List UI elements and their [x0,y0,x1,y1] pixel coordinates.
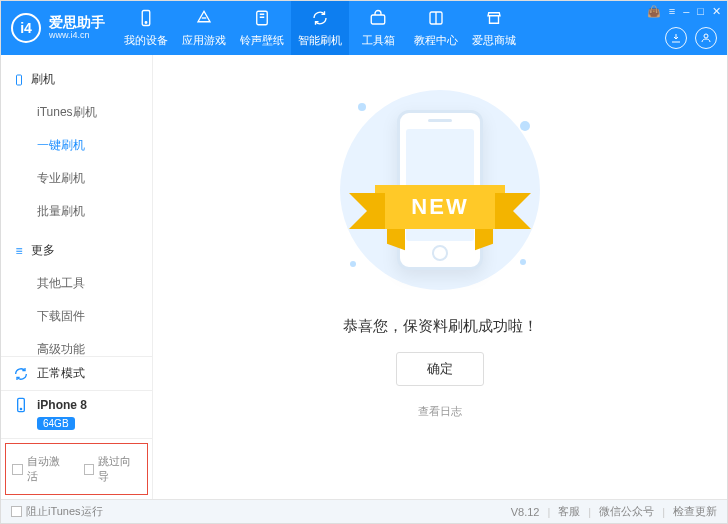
nav-refresh[interactable]: 智能刷机 [291,1,349,55]
sidebar-item[interactable]: iTunes刷机 [1,96,152,129]
sidebar-item[interactable]: 一键刷机 [1,129,152,162]
nav-label: 教程中心 [414,33,458,48]
brand-name: 爱思助手 [49,15,105,30]
close-button[interactable]: ✕ [712,5,721,18]
shop-icon [485,9,503,29]
sparkle-icon [350,261,356,267]
svg-point-5 [704,34,708,38]
support-link[interactable]: 客服 [558,504,580,519]
bag-icon[interactable]: 👜 [647,5,661,18]
skip-wizard-checkbox[interactable]: 跳过向导 [84,454,142,484]
menu-icon: ≡ [13,245,25,257]
main-content: NEW 恭喜您，保资料刷机成功啦！ 确定 查看日志 [153,55,727,499]
nav-toolbox[interactable]: 工具箱 [349,1,407,55]
nav-appstore[interactable]: 应用游戏 [175,1,233,55]
version-label: V8.12 [511,506,540,518]
window-controls: 👜 ≡ – □ ✕ [647,5,721,18]
header: i4 爱思助手 www.i4.cn 我的设备应用游戏铃声壁纸智能刷机工具箱教程中… [1,1,727,55]
device-row[interactable]: iPhone 8 64GB [1,391,152,439]
toolbox-icon [369,9,387,29]
nav-shop[interactable]: 爱思商城 [465,1,523,55]
appstore-icon [195,9,213,29]
phone-outline-icon [13,74,25,86]
svg-rect-6 [17,75,22,85]
music-icon [253,9,271,29]
nav-music[interactable]: 铃声壁纸 [233,1,291,55]
auto-activate-checkbox[interactable]: 自动激活 [12,454,70,484]
block-itunes-checkbox[interactable]: 阻止iTunes运行 [11,504,103,519]
new-ribbon: NEW [375,185,505,229]
refresh-icon [13,366,29,382]
svg-point-1 [145,21,147,23]
sidebar-item[interactable]: 批量刷机 [1,195,152,228]
top-nav: 我的设备应用游戏铃声壁纸智能刷机工具箱教程中心爱思商城 [117,1,523,55]
mode-label: 正常模式 [37,365,85,382]
refresh-icon [311,9,329,29]
sparkle-icon [520,121,530,131]
group-0-header[interactable]: 刷机 [1,65,152,94]
ok-button[interactable]: 确定 [396,352,484,386]
book-icon [427,9,445,29]
storage-badge: 64GB [37,417,75,430]
nav-book[interactable]: 教程中心 [407,1,465,55]
maximize-button[interactable]: □ [697,5,704,18]
sidebar: 刷机iTunes刷机一键刷机专业刷机批量刷机≡更多其他工具下载固件高级功能 正常… [1,55,153,499]
group-title: 更多 [31,242,55,259]
nav-label: 智能刷机 [298,33,342,48]
logo[interactable]: i4 爱思助手 www.i4.cn [1,13,117,43]
sidebar-item[interactable]: 专业刷机 [1,162,152,195]
logo-icon: i4 [11,13,41,43]
sparkle-icon [358,103,366,111]
nav-label: 铃声壁纸 [240,33,284,48]
download-icon[interactable] [665,27,687,49]
wechat-link[interactable]: 微信公众号 [599,504,654,519]
success-message: 恭喜您，保资料刷机成功啦！ [343,317,538,336]
minimize-button[interactable]: – [683,5,689,18]
mode-row[interactable]: 正常模式 [1,357,152,391]
nav-phone[interactable]: 我的设备 [117,1,175,55]
brand-url: www.i4.cn [49,31,105,41]
nav-label: 应用游戏 [182,33,226,48]
footer: 阻止iTunes运行 V8.12 | 客服 | 微信公众号 | 检查更新 [1,499,727,523]
nav-label: 工具箱 [362,33,395,48]
group-1-header[interactable]: ≡更多 [1,236,152,265]
nav-label: 爱思商城 [472,33,516,48]
svg-rect-2 [257,11,268,25]
nav-label: 我的设备 [124,33,168,48]
sidebar-item[interactable]: 下载固件 [1,300,152,333]
sparkle-icon [520,259,526,265]
svg-rect-3 [371,15,385,24]
svg-point-8 [20,408,21,409]
options-row: 自动激活 跳过向导 [5,443,148,495]
view-log-link[interactable]: 查看日志 [418,404,462,419]
device-name: iPhone 8 [37,398,87,412]
sidebar-item[interactable]: 高级功能 [1,333,152,356]
success-illustration: NEW [310,85,570,295]
phone-icon [13,397,29,413]
group-title: 刷机 [31,71,55,88]
check-update-link[interactable]: 检查更新 [673,504,717,519]
user-icon[interactable] [695,27,717,49]
sidebar-item[interactable]: 其他工具 [1,267,152,300]
phone-icon [137,9,155,29]
menu-icon[interactable]: ≡ [669,5,675,18]
